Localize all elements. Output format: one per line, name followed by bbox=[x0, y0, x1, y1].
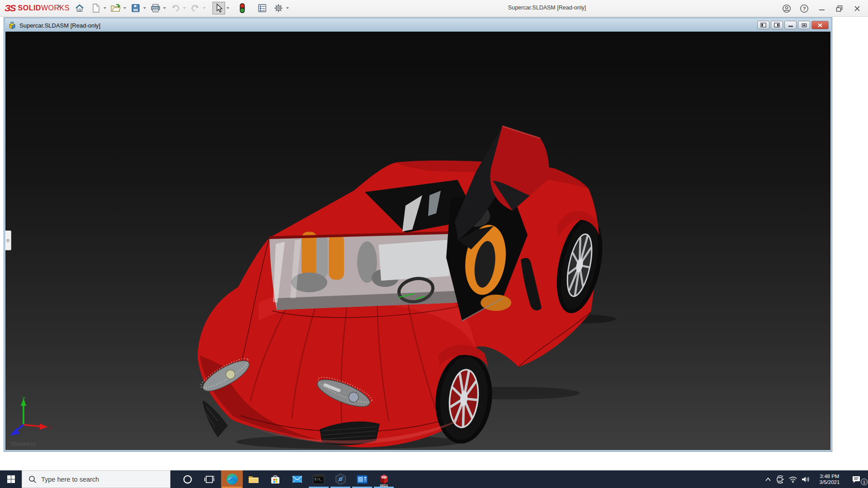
tray-expand-button[interactable] bbox=[762, 470, 774, 488]
mail-icon bbox=[291, 473, 303, 485]
print-icon bbox=[150, 3, 161, 13]
volume-button[interactable] bbox=[799, 470, 812, 488]
notification-badge: 1 bbox=[861, 479, 868, 485]
start-button[interactable] bbox=[0, 470, 22, 488]
clock-date: 3/5/2021 bbox=[816, 479, 844, 485]
select-cursor-icon bbox=[214, 3, 223, 13]
taskbar-search[interactable] bbox=[22, 470, 170, 488]
feature-pane-handle[interactable] bbox=[5, 230, 11, 250]
open-icon bbox=[110, 3, 121, 13]
pane-left-icon bbox=[760, 23, 766, 28]
3d-viewport[interactable]: Y X *Dimetric bbox=[5, 32, 830, 450]
taskbar-media-app[interactable] bbox=[351, 470, 373, 488]
document-title: Supercar.SLDASM [Read-only] bbox=[19, 22, 100, 29]
gear-icon bbox=[274, 3, 283, 13]
triad-x-label: X bbox=[49, 425, 52, 430]
new-document-button[interactable] bbox=[90, 2, 102, 14]
doc-restore-button[interactable] bbox=[798, 21, 810, 29]
media-app-icon bbox=[356, 474, 368, 485]
brand-light: WORKS bbox=[41, 4, 70, 12]
home-button[interactable] bbox=[73, 2, 86, 14]
supercar-model[interactable] bbox=[5, 32, 830, 450]
display-pane-button[interactable] bbox=[256, 2, 269, 14]
restore-button[interactable] bbox=[835, 4, 844, 13]
file-explorer-icon bbox=[248, 474, 259, 485]
brand-expand-arrow[interactable] bbox=[58, 4, 61, 9]
edge-icon bbox=[226, 473, 238, 485]
save-button[interactable] bbox=[129, 2, 142, 14]
taskbar-file-explorer[interactable] bbox=[243, 470, 264, 488]
windows-logo-icon bbox=[7, 475, 15, 483]
orientation-triad: Y X bbox=[8, 395, 53, 438]
clock-time: 3:48 PM bbox=[816, 474, 844, 479]
restore-icon bbox=[835, 5, 844, 13]
taskbar-hexagon-app[interactable] bbox=[330, 470, 351, 488]
undo-dropdown[interactable] bbox=[182, 2, 187, 14]
options-dropdown[interactable] bbox=[285, 2, 290, 14]
action-center-icon bbox=[852, 475, 861, 483]
cmd-prompt-text: C:\_ bbox=[315, 478, 323, 481]
undo-button[interactable] bbox=[169, 2, 182, 14]
command-prompt-icon: C:\_ bbox=[313, 474, 325, 485]
select-tool-button[interactable] bbox=[212, 2, 225, 14]
document-titlebar[interactable]: Supercar.SLDASM [Read-only] bbox=[5, 19, 830, 32]
task-view-icon bbox=[204, 474, 214, 484]
chevron-up-icon bbox=[765, 477, 771, 482]
taskbar-apps: C:\_ bbox=[221, 470, 395, 488]
open-button[interactable] bbox=[109, 2, 122, 14]
doc-pane-left-button[interactable] bbox=[757, 21, 769, 29]
hexagon-app-icon bbox=[335, 473, 347, 485]
help-button[interactable]: ? bbox=[800, 4, 809, 13]
taskbar-mail[interactable] bbox=[286, 470, 308, 488]
cortana-button[interactable] bbox=[177, 470, 198, 488]
pane-handle-dot bbox=[6, 239, 9, 242]
triad-y-label: Y bbox=[22, 396, 26, 401]
doc-minimize-button[interactable] bbox=[784, 21, 797, 29]
redo-button[interactable] bbox=[189, 2, 202, 14]
app-window-title: Supercar.SLDASM [Read-only] bbox=[488, 5, 606, 11]
system-tray: 3:48 PM 3/5/2021 1 bbox=[762, 470, 865, 488]
meet-now-button[interactable] bbox=[774, 470, 787, 488]
taskbar-command-prompt[interactable]: C:\_ bbox=[308, 470, 330, 488]
home-icon bbox=[75, 3, 85, 13]
account-icon bbox=[782, 4, 791, 13]
taskbar-edge[interactable] bbox=[221, 470, 243, 488]
minimize-button[interactable] bbox=[817, 4, 826, 13]
options-button[interactable] bbox=[272, 2, 285, 14]
redo-dropdown[interactable] bbox=[202, 2, 207, 14]
print-dropdown[interactable] bbox=[162, 2, 167, 14]
assembly-icon bbox=[8, 21, 17, 30]
app-titlebar: ЗS SOLIDWORKS bbox=[0, 0, 868, 17]
print-button[interactable] bbox=[149, 2, 162, 14]
new-document-icon bbox=[91, 3, 100, 13]
main-toolbar bbox=[73, 2, 292, 14]
doc-pane-right-button[interactable] bbox=[771, 21, 783, 29]
account-button[interactable] bbox=[782, 4, 791, 13]
svg-text:?: ? bbox=[803, 6, 806, 11]
pane-right-icon bbox=[774, 23, 780, 28]
selection-filter-icon bbox=[239, 3, 246, 14]
close-button[interactable] bbox=[853, 4, 862, 13]
view-orientation-label: *Dimetric bbox=[10, 441, 36, 447]
taskbar-clock[interactable]: 3:48 PM 3/5/2021 bbox=[816, 474, 844, 485]
open-dropdown[interactable] bbox=[122, 2, 127, 14]
volume-icon bbox=[801, 476, 810, 483]
search-icon bbox=[28, 475, 37, 483]
action-center-button[interactable]: 1 bbox=[847, 470, 865, 488]
taskbar-solidworks[interactable]: SW 2021 bbox=[373, 470, 395, 488]
help-icon: ? bbox=[800, 4, 809, 13]
wifi-button[interactable] bbox=[787, 470, 799, 488]
brand-bold: SOLID bbox=[18, 4, 41, 12]
select-tool-dropdown[interactable] bbox=[225, 2, 231, 14]
task-view-button[interactable] bbox=[199, 470, 220, 488]
doc-close-button[interactable] bbox=[811, 21, 829, 29]
svg-text:SW: SW bbox=[381, 476, 387, 479]
cortana-icon bbox=[183, 474, 193, 484]
windows-taskbar: C:\_ bbox=[0, 470, 868, 488]
save-dropdown[interactable] bbox=[142, 2, 147, 14]
new-document-dropdown[interactable] bbox=[102, 2, 108, 14]
selection-filter-button[interactable] bbox=[236, 2, 249, 14]
display-pane-icon bbox=[257, 3, 267, 13]
taskbar-store[interactable] bbox=[264, 470, 286, 488]
search-input[interactable] bbox=[41, 476, 159, 483]
